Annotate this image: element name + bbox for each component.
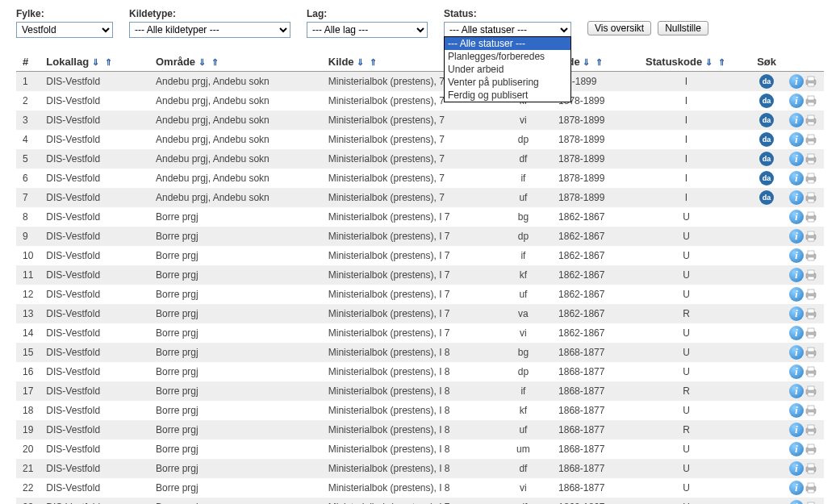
- cell-num: 18: [16, 401, 40, 420]
- fylke-select[interactable]: Vestfold: [16, 22, 113, 38]
- table-row: 10DIS-VestfoldBorre prgjMinisterialbok (…: [16, 246, 824, 265]
- info-icon[interactable]: i: [789, 94, 804, 108]
- info-icon[interactable]: i: [789, 132, 804, 147]
- svg-rect-13: [808, 154, 814, 158]
- info-icon[interactable]: i: [789, 500, 804, 504]
- table-row: 13DIS-VestfoldBorre prgjMinisterialbok (…: [16, 304, 824, 323]
- status-option[interactable]: --- Alle statuser ---: [445, 37, 570, 50]
- sort-icon[interactable]: ⇓ ⇑: [583, 57, 604, 67]
- info-icon[interactable]: i: [789, 113, 804, 127]
- print-icon[interactable]: [804, 308, 817, 319]
- cell-sok: [750, 285, 783, 304]
- cell-lokallag: DIS-Vestfold: [40, 169, 149, 188]
- print-icon[interactable]: [804, 211, 817, 223]
- cell-periode: 1862-1867: [541, 285, 622, 304]
- info-icon[interactable]: i: [789, 287, 804, 302]
- sort-icon[interactable]: ⇓ ⇑: [705, 57, 727, 67]
- da-badge-icon[interactable]: da: [759, 190, 774, 205]
- print-icon[interactable]: [804, 482, 817, 494]
- kildetype-select[interactable]: --- Alle kildetyper ---: [129, 22, 290, 38]
- cell-liste: bg: [505, 207, 541, 227]
- info-icon[interactable]: i: [789, 229, 804, 244]
- info-icon[interactable]: i: [789, 384, 804, 398]
- table-row: 15DIS-VestfoldBorre prgjMinisterialbok (…: [16, 343, 824, 362]
- da-badge-icon[interactable]: da: [759, 113, 774, 127]
- svg-rect-20: [808, 199, 814, 202]
- print-icon[interactable]: [804, 405, 817, 416]
- da-badge-icon[interactable]: da: [759, 74, 774, 89]
- sort-icon[interactable]: ⇓ ⇑: [199, 57, 220, 67]
- info-icon[interactable]: i: [789, 364, 804, 379]
- nullstille-button[interactable]: Nullstille: [658, 21, 708, 35]
- status-option[interactable]: Planlegges/forberedes: [445, 50, 570, 63]
- print-icon[interactable]: [804, 250, 817, 261]
- status-option[interactable]: Under arbeid: [445, 63, 570, 76]
- info-icon[interactable]: i: [789, 403, 804, 418]
- info-icon[interactable]: i: [789, 345, 804, 360]
- cell-actions: i: [783, 130, 824, 149]
- print-icon[interactable]: [804, 347, 817, 358]
- svg-rect-55: [808, 425, 814, 429]
- info-icon[interactable]: i: [789, 248, 804, 263]
- cell-sok: [750, 304, 783, 323]
- table-row: 14DIS-VestfoldBorre prgjMinisterialbok (…: [16, 323, 824, 343]
- print-icon[interactable]: [804, 115, 817, 126]
- da-badge-icon[interactable]: da: [759, 94, 774, 108]
- cell-num: 21: [16, 459, 40, 478]
- print-icon[interactable]: [804, 153, 817, 165]
- info-icon[interactable]: i: [789, 190, 804, 205]
- status-option[interactable]: Ferdig og publisert: [445, 89, 570, 102]
- col-omrade[interactable]: Område ⇓ ⇑: [149, 52, 322, 72]
- info-icon[interactable]: i: [789, 481, 804, 495]
- info-icon[interactable]: i: [789, 152, 804, 166]
- print-icon[interactable]: [804, 463, 817, 474]
- print-icon[interactable]: [804, 385, 817, 397]
- print-icon[interactable]: [804, 366, 817, 377]
- print-icon[interactable]: [804, 95, 817, 106]
- info-icon[interactable]: i: [789, 210, 804, 224]
- cell-periode: 1862-1867: [541, 323, 622, 343]
- print-icon[interactable]: [804, 134, 817, 145]
- status-option[interactable]: Venter på publisering: [445, 76, 570, 89]
- col-lokallag[interactable]: Lokallag ⇓ ⇑: [40, 52, 149, 72]
- cell-omrade: Borre prgj: [149, 478, 322, 498]
- info-icon[interactable]: i: [789, 326, 804, 340]
- sort-icon[interactable]: ⇓ ⇑: [92, 57, 114, 67]
- da-badge-icon[interactable]: da: [759, 152, 774, 166]
- info-icon[interactable]: i: [789, 442, 804, 456]
- cell-liste: vi: [505, 110, 541, 130]
- print-icon[interactable]: [804, 444, 817, 455]
- info-icon[interactable]: i: [789, 461, 804, 476]
- print-icon[interactable]: [804, 76, 817, 87]
- da-badge-icon[interactable]: da: [759, 171, 774, 185]
- sort-icon[interactable]: ⇓ ⇑: [357, 57, 378, 67]
- print-icon[interactable]: [804, 173, 817, 184]
- info-icon[interactable]: i: [789, 268, 804, 282]
- cell-sok: [750, 498, 783, 504]
- cell-omrade: Borre prgj: [149, 285, 322, 304]
- cell-periode: 1862-1867: [541, 227, 622, 246]
- cell-status: U: [622, 207, 750, 227]
- cell-status: U: [622, 285, 750, 304]
- print-icon[interactable]: [804, 327, 817, 339]
- cell-lokallag: DIS-Vestfold: [40, 401, 149, 420]
- print-icon[interactable]: [804, 424, 817, 435]
- svg-rect-31: [808, 270, 814, 274]
- info-icon[interactable]: i: [789, 423, 804, 437]
- cell-periode: 1878-1899: [541, 188, 622, 207]
- info-icon[interactable]: i: [789, 171, 804, 185]
- print-icon[interactable]: [804, 231, 817, 242]
- table-row: 7DIS-VestfoldAndebu prgj, Andebu soknMin…: [16, 188, 824, 207]
- print-icon[interactable]: [804, 269, 817, 281]
- cell-sok: [750, 343, 783, 362]
- info-icon[interactable]: i: [789, 74, 804, 89]
- vis-oversikt-button[interactable]: Vis oversikt: [587, 21, 651, 35]
- filter-buttons: Vis oversikt Nullstille: [587, 8, 708, 35]
- col-statuskode[interactable]: Statuskode ⇓ ⇑: [622, 52, 750, 72]
- print-icon[interactable]: [804, 192, 817, 203]
- da-badge-icon[interactable]: da: [759, 132, 774, 147]
- info-icon[interactable]: i: [789, 306, 804, 321]
- lag-select[interactable]: --- Alle lag ---: [307, 22, 428, 38]
- print-icon[interactable]: [804, 289, 817, 300]
- status-select[interactable]: --- Alle statuser ---: [444, 22, 571, 38]
